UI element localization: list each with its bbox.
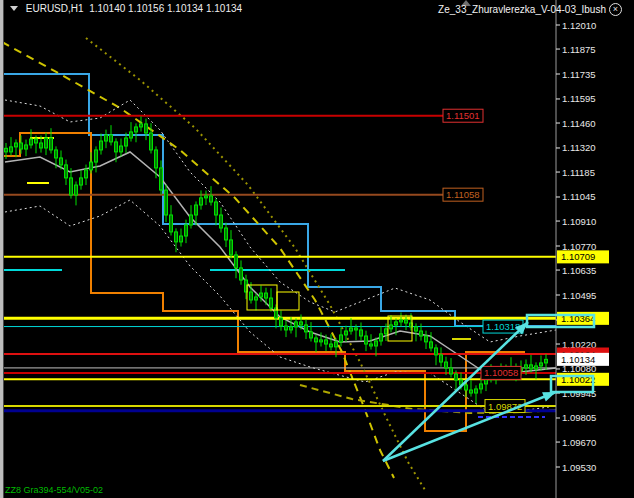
candle-body xyxy=(90,162,93,170)
white-dot-lower xyxy=(5,200,556,413)
candle-body xyxy=(220,215,223,228)
candle-body xyxy=(440,355,443,362)
candle-body xyxy=(30,139,33,145)
candle-body xyxy=(415,327,418,331)
candle-body xyxy=(340,335,343,342)
candle-body xyxy=(445,362,448,368)
candle-body xyxy=(75,185,78,195)
candle-body xyxy=(290,327,293,330)
candle-body xyxy=(40,143,43,148)
candle-body xyxy=(425,336,428,342)
candle-body xyxy=(100,141,103,150)
yellow-dot-band xyxy=(86,38,425,490)
candle-body xyxy=(405,320,408,323)
candle-body xyxy=(180,236,183,242)
candle-body xyxy=(285,326,288,330)
chevron-down-icon[interactable] xyxy=(10,6,18,11)
candle-body xyxy=(145,124,148,133)
candle-body xyxy=(135,127,138,132)
candle-body xyxy=(295,322,298,327)
arrow-head-icon xyxy=(542,392,556,401)
white-dot-upper xyxy=(5,100,556,342)
level-label-text: 1.09872 xyxy=(488,401,522,412)
candle-body xyxy=(400,320,403,322)
ohlc-values: 1.10140 1.10156 1.10134 1.10134 xyxy=(89,3,242,14)
candle-body xyxy=(395,322,398,325)
candle-body xyxy=(335,342,338,347)
candle-body xyxy=(450,368,453,374)
candle-body xyxy=(355,328,358,330)
candle-body xyxy=(55,150,58,158)
candle-body xyxy=(225,228,228,240)
candle-body xyxy=(370,344,373,346)
candle-body xyxy=(80,178,83,185)
candle-body xyxy=(265,293,268,298)
candle-body xyxy=(95,150,98,162)
candle-body xyxy=(185,225,188,236)
level-label-text: 1.11058 xyxy=(446,189,480,200)
candle-body xyxy=(155,150,158,168)
candle-body xyxy=(380,334,383,341)
footer-indicator-label: ZZ8 Gra394-554/V05-02 xyxy=(5,485,103,495)
symbol-period-label: EURUSD,H1 xyxy=(26,3,84,14)
candle-body xyxy=(470,390,473,393)
candle-body xyxy=(435,348,438,355)
candle-body xyxy=(280,318,283,326)
level-label-text: 1.10058 xyxy=(484,367,518,378)
candle-body xyxy=(360,330,363,336)
candle-body xyxy=(160,168,163,190)
candle-body xyxy=(345,331,348,335)
level-label-text: 1.11501 xyxy=(446,110,480,121)
candle-body xyxy=(545,359,548,363)
candle-body xyxy=(430,342,433,348)
candle-body xyxy=(195,205,198,215)
candle-body xyxy=(215,202,218,215)
chart-canvas[interactable]: 1.115011.110581.103181.100581.098721.120… xyxy=(0,0,634,498)
candle-body xyxy=(60,158,63,165)
candle-body xyxy=(65,165,68,178)
candle-body xyxy=(165,190,168,215)
candle-body xyxy=(110,135,113,142)
candle-body xyxy=(170,215,173,232)
candle-body xyxy=(140,124,143,127)
candle-body xyxy=(540,363,543,366)
candle-body xyxy=(150,133,153,150)
candle-body xyxy=(240,268,243,280)
yellow-box xyxy=(277,292,299,310)
candle-body xyxy=(20,143,23,149)
trend-arrow[interactable] xyxy=(383,322,528,461)
candle-body xyxy=(25,145,28,149)
candle-body xyxy=(480,384,483,389)
candle-body xyxy=(390,325,393,329)
candle-body xyxy=(535,366,538,369)
candle-body xyxy=(235,255,238,268)
candle-body xyxy=(350,328,353,331)
candle-body xyxy=(35,139,38,143)
level-label-text: 1.10318 xyxy=(486,321,520,332)
candle-body xyxy=(200,198,203,205)
candle-body xyxy=(455,374,458,380)
candle-body xyxy=(315,338,318,342)
candle-body xyxy=(330,344,333,347)
candle-body xyxy=(210,196,213,202)
price-axis[interactable] xyxy=(556,0,634,498)
candle-body xyxy=(325,340,328,344)
candle-body xyxy=(365,336,368,344)
candle-body xyxy=(420,331,423,336)
candle-body xyxy=(230,240,233,255)
candle-body xyxy=(115,142,118,152)
trend-arrow[interactable] xyxy=(383,392,556,461)
candle-body xyxy=(45,138,48,148)
candle-body xyxy=(15,143,18,147)
candle-body xyxy=(190,215,193,225)
candle-body xyxy=(300,322,303,325)
candle-body xyxy=(320,340,323,342)
candle-body xyxy=(120,146,123,152)
candle-body xyxy=(525,365,528,368)
candle-body xyxy=(250,292,253,300)
candle-body xyxy=(5,148,8,152)
chart-header: EURUSD,H1 1.10140 1.10156 1.10134 1.1013… xyxy=(10,3,242,14)
candle-body xyxy=(125,138,128,146)
candle-body xyxy=(305,325,308,332)
candle-body xyxy=(530,365,533,369)
